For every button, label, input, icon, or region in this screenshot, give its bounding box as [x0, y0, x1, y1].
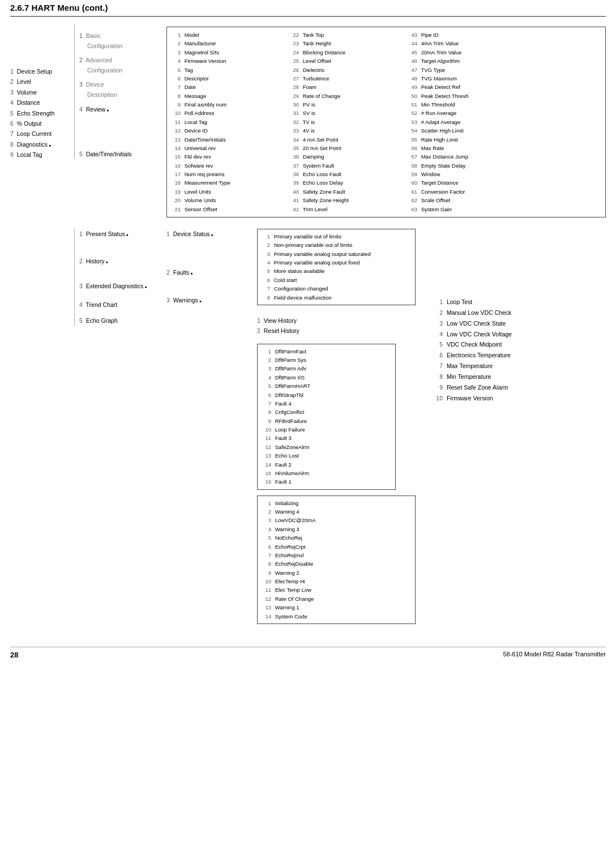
review-col-3: 43 Pipe ID 44 4mA Trim Value 45 20mA Tri…	[408, 31, 524, 213]
diag-item-trend: 4 Trend Chart	[79, 300, 158, 310]
review-box: 1 Model 2 Manufacturer 3 Magnetrol S/N 4…	[166, 27, 606, 217]
main-menu-item-4: 4 Distance	[10, 97, 71, 108]
main-menu-item-3: 3 Volume	[10, 87, 71, 97]
diag-sub-menu: 1 Present Status 2 History 3 Extended Di…	[74, 229, 158, 326]
sub-menu-item-1: 1 BasicConfiguration	[79, 31, 158, 52]
warnings-box: 1 Initializing 2 Warning 4 3 LowVDC@20mA…	[257, 496, 416, 624]
main-menu-item-8: 8 Diagnostics	[10, 139, 71, 150]
page-number: 28	[10, 651, 18, 659]
extended-diag-sub: 1 Loop Test 2 Manual Low VDC Check 3 Low…	[433, 297, 512, 404]
main-menu-item-1: 1 Device Setup	[10, 66, 71, 76]
sub-menu-item-4: 4 Review	[79, 104, 158, 114]
main-menu-item-6: 6 % Output	[10, 118, 71, 129]
page-title: 2.6.7 HART Menu (cont.)	[10, 3, 606, 17]
sub-menu: 1 BasicConfiguration 2 AdvancedConfigura…	[74, 24, 158, 159]
diag-item-echo: 5 Echo Graph	[79, 315, 158, 326]
main-menu-item-9: 9 Local Tag	[10, 150, 71, 160]
ps-warnings: 3 Warnings	[166, 295, 249, 305]
history-reset: 2 Reset History	[257, 326, 325, 336]
page-footer: 28 58-610 Model R82 Radar Transmitter	[10, 647, 606, 659]
history-view: 1 View History	[257, 315, 325, 326]
device-status-box: 1 Primary variable out of limits 2 Non-p…	[257, 229, 416, 305]
sub-menu-item-2: 2 AdvancedConfiguration	[79, 55, 158, 76]
sub-menu-item-5: 5 Date/Time/Initials	[79, 149, 158, 159]
ps-device-status: 1 Device Status	[166, 229, 249, 239]
history-sub: 1 View History 2 Reset History	[257, 315, 325, 336]
main-menu: 1 Device Setup 2 Level 3 Volume 4 Distan…	[10, 24, 71, 160]
ps-faults: 2 Faults	[166, 267, 249, 277]
review-col-1: 1 Model 2 Manufacturer 3 Magnetrol S/N 4…	[172, 31, 288, 213]
present-status-sub: 1 Device Status 2 Faults 3 Warnings	[166, 229, 249, 305]
diag-item-history: 2 History	[79, 256, 158, 266]
faults-box: 1 DfltParmFact 2 DfltParm Sys 3 DfltParm…	[257, 344, 396, 490]
main-menu-item-2: 2 Level	[10, 76, 71, 87]
diag-item-extended: 3 Extended Diagnostics	[79, 281, 158, 291]
diag-item-present: 1 Present Status	[79, 229, 158, 239]
main-menu-item-7: 7 Loop Current	[10, 129, 71, 139]
footer-right: 58-610 Model R82 Radar Transmitter	[503, 651, 606, 659]
main-menu-item-5: 5 Echo Strength	[10, 108, 71, 118]
review-col-2: 22 Tank Top 23 Tank Height 24 Blocking D…	[290, 31, 406, 213]
sub-menu-item-3: 3 DeviceDescription	[79, 79, 158, 100]
